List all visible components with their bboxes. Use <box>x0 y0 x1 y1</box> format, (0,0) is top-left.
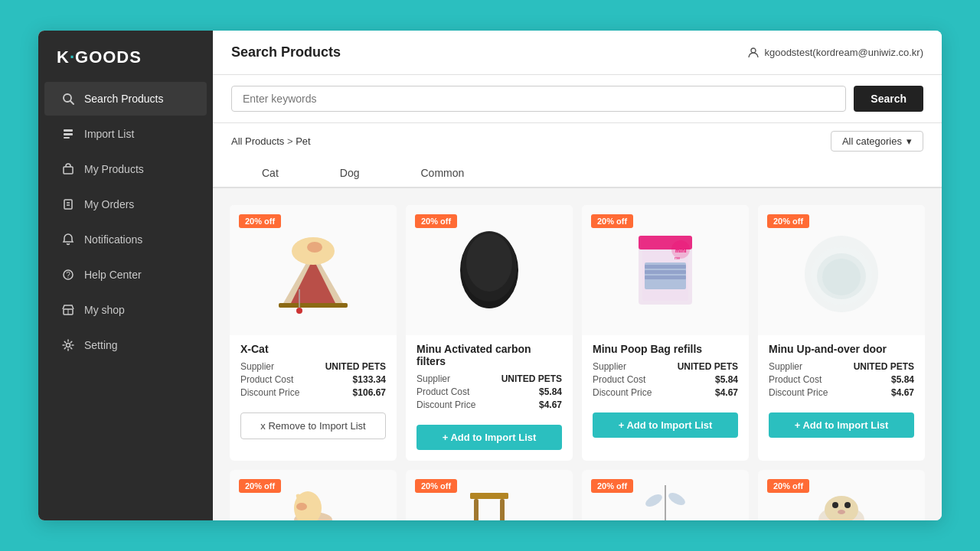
svg-rect-2 <box>64 129 73 132</box>
product-card: 20% off X <box>230 205 397 461</box>
discount-badge: 20% off <box>591 214 633 228</box>
discount-row: Discount Price $4.67 <box>593 387 738 398</box>
cost-row: Product Cost $5.84 <box>769 374 914 385</box>
product-card-partial: 20% off <box>758 470 925 520</box>
sidebar-item-my-orders[interactable]: My Orders <box>44 187 207 221</box>
page-title: Search Products <box>231 44 341 60</box>
product-card: 20% off Minu Activated carbon filters Su… <box>406 205 573 461</box>
sidebar-label-my-products: My Products <box>84 163 144 175</box>
logo: K·GOODS <box>38 31 213 81</box>
product-info: X-Cat Supplier UNITED PETS Product Cost … <box>230 335 397 406</box>
svg-rect-45 <box>470 493 508 499</box>
supplier-row: Supplier UNITED PETS <box>240 361 386 372</box>
sidebar-item-notifications[interactable]: Notifications <box>44 223 207 256</box>
discount-badge: 20% off <box>415 214 457 228</box>
list-icon <box>61 127 75 141</box>
partial-product-image-2 <box>462 478 516 520</box>
sidebar-label-setting: Setting <box>84 339 118 351</box>
partial-product-image-1 <box>286 478 340 520</box>
add-to-import-list-button[interactable]: + Add to Import List <box>769 412 914 438</box>
partial-product-image-3 <box>639 478 692 520</box>
svg-point-51 <box>832 502 838 508</box>
discount-badge: 20% off <box>415 479 457 493</box>
all-categories-button[interactable]: All categories ▾ <box>831 131 923 152</box>
svg-point-14 <box>751 48 756 53</box>
content-area: Search All Products > Pet All categories… <box>213 75 942 520</box>
partial-product-image-4 <box>815 478 868 520</box>
sidebar-label-search-products: Search Products <box>84 93 164 105</box>
breadcrumb-row: All Products > Pet All categories ▾ <box>213 123 942 159</box>
shop-icon <box>61 303 75 317</box>
discount-row: Discount Price $106.67 <box>240 387 386 398</box>
svg-point-53 <box>838 510 845 514</box>
sidebar-item-import-list[interactable]: Import List <box>44 117 207 151</box>
gear-icon <box>61 338 75 352</box>
product-image-filter <box>451 220 528 320</box>
product-info: Minu Up-and-over door Supplier UNITED PE… <box>758 335 925 406</box>
svg-point-47 <box>644 492 665 509</box>
product-image-xcat <box>267 220 359 320</box>
product-name: X-Cat <box>240 343 386 355</box>
search-input[interactable] <box>231 86 846 112</box>
svg-rect-4 <box>64 137 70 139</box>
supplier-row: Supplier UNITED PETS <box>416 373 562 384</box>
user-email: kgoodstest(kordream@uniwiz.co.kr) <box>764 47 923 58</box>
product-card: 20% off <box>582 205 749 461</box>
svg-text:mini: mini <box>675 248 686 253</box>
supplier-row: Supplier UNITED PETS <box>769 361 914 372</box>
user-info: kgoodstest(kordream@uniwiz.co.kr) <box>747 47 923 59</box>
svg-point-24 <box>466 233 512 292</box>
chevron-down-icon: ▾ <box>906 135 912 147</box>
sidebar-item-setting[interactable]: Setting <box>44 328 207 362</box>
sidebar-item-my-shop[interactable]: My shop <box>44 293 207 327</box>
tab-cat[interactable]: Cat <box>231 159 309 188</box>
svg-rect-38 <box>822 259 861 295</box>
svg-rect-31 <box>645 276 686 279</box>
svg-point-13 <box>67 344 70 347</box>
orders-icon <box>61 197 75 211</box>
discount-badge: 20% off <box>239 479 281 493</box>
topbar: Search Products kgoodstest(kordream@uniw… <box>213 31 942 75</box>
add-to-import-list-button[interactable]: + Add to Import List <box>416 425 562 450</box>
add-to-import-list-button[interactable]: + Add to Import List <box>593 412 738 438</box>
product-image-door <box>795 220 887 320</box>
sidebar: K·GOODS Search Products Import List <box>38 31 213 520</box>
sidebar-item-help-center[interactable]: ? Help Center <box>44 258 207 292</box>
tab-dog[interactable]: Dog <box>309 159 390 188</box>
sidebar-item-search-products[interactable]: Search Products <box>44 82 207 116</box>
svg-rect-17 <box>279 303 348 308</box>
svg-rect-43 <box>474 499 479 520</box>
supplier-row: Supplier UNITED PETS <box>593 361 738 372</box>
product-info: Minu Poop Bag refills Supplier UNITED PE… <box>582 335 749 406</box>
discount-badge: 20% off <box>239 214 281 228</box>
product-card-partial: 20% off <box>230 470 397 520</box>
svg-point-19 <box>307 242 322 253</box>
sidebar-item-my-products[interactable]: My Products <box>44 152 207 186</box>
svg-line-1 <box>70 101 74 104</box>
svg-text:me: me <box>675 256 680 260</box>
cost-row: Product Cost $5.84 <box>416 386 562 397</box>
discount-row: Discount Price $4.67 <box>416 399 562 410</box>
sidebar-label-help-center: Help Center <box>84 269 142 281</box>
tab-common[interactable]: Common <box>390 159 495 188</box>
svg-point-41 <box>296 503 307 510</box>
product-card-partial: 20% off <box>406 470 573 520</box>
cost-row: Product Cost $133.34 <box>240 374 386 385</box>
svg-rect-3 <box>64 133 73 135</box>
svg-rect-5 <box>64 167 73 174</box>
product-info: Minu Activated carbon filters Supplier U… <box>406 335 573 419</box>
discount-badge: 20% off <box>767 479 809 493</box>
svg-rect-29 <box>645 265 686 269</box>
svg-rect-30 <box>645 270 686 274</box>
product-name: Minu Up-and-over door <box>769 343 914 355</box>
svg-text:?: ? <box>66 271 70 279</box>
products-grid: 20% off X <box>213 188 942 465</box>
second-products-row: 20% off 20% off <box>213 465 942 520</box>
product-image-poopbag: mini me <box>623 220 707 320</box>
discount-row: Discount Price $4.67 <box>769 387 914 398</box>
search-button[interactable]: Search <box>854 86 923 112</box>
svg-point-50 <box>825 496 858 520</box>
remove-from-import-list-button[interactable]: x Remove to Import List <box>240 412 386 439</box>
main-content: Search Products kgoodstest(kordream@uniw… <box>213 31 942 520</box>
svg-point-48 <box>667 491 688 507</box>
